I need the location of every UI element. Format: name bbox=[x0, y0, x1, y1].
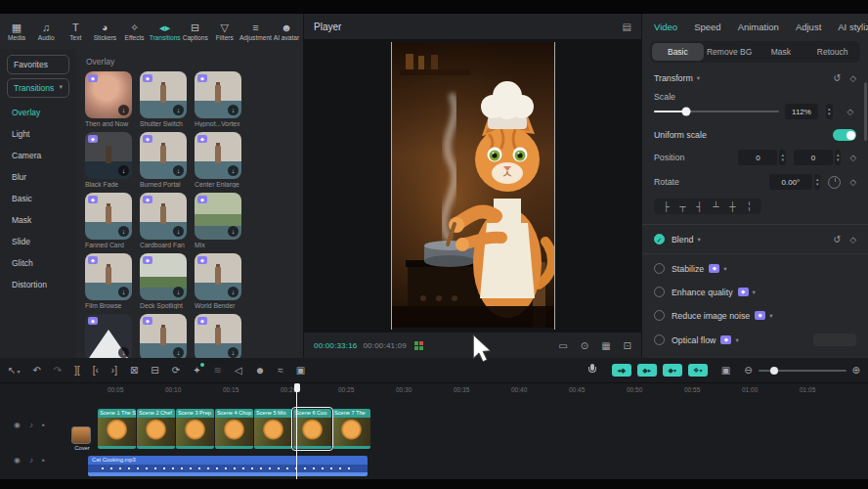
subtab-retouch[interactable]: Retouch bbox=[806, 43, 858, 61]
cover-button[interactable]: Cover bbox=[71, 426, 93, 451]
video-track-lock-icon[interactable]: ▪ bbox=[42, 421, 45, 429]
tab-video[interactable]: Video bbox=[654, 22, 677, 32]
ratio-icon[interactable]: ▭ bbox=[558, 340, 567, 351]
scale-keyframe-icon[interactable]: ◇ bbox=[847, 107, 854, 116]
tab-speed[interactable]: Speed bbox=[694, 22, 720, 32]
freeze-frame-icon[interactable]: ⊟ bbox=[151, 365, 158, 376]
timeline-zoom-slider[interactable] bbox=[759, 370, 846, 372]
record-voiceover-icon[interactable] bbox=[586, 364, 598, 377]
split-icon[interactable]: ][ bbox=[74, 365, 80, 376]
keyframe-prev-button[interactable]: ◂◆ bbox=[612, 364, 631, 377]
transition-item-film-browse[interactable]: ◆↓Film Browse bbox=[85, 253, 135, 309]
toolbar-item-text[interactable]: TText bbox=[61, 22, 90, 41]
clip-scene-3-prep[interactable]: Scene 3 Prep bbox=[176, 409, 214, 449]
transition-item-shutter-switch[interactable]: ◆↓Shutter Switch bbox=[140, 71, 190, 127]
sidebar-item-camera[interactable]: Camera bbox=[0, 145, 76, 166]
toolbar-item-stickers[interactable]: ◕Stickers bbox=[90, 22, 119, 41]
uniform-scale-toggle[interactable] bbox=[833, 129, 856, 141]
preview-axis-icon[interactable]: ▣ bbox=[721, 365, 730, 376]
delete-left-icon[interactable]: [‹ bbox=[93, 365, 99, 376]
quality-icon[interactable]: ▦ bbox=[601, 340, 610, 351]
align-center-icon[interactable]: ┼ bbox=[726, 201, 739, 211]
screen-icon[interactable]: ▣ bbox=[296, 365, 305, 376]
sidebar-item-blur[interactable]: Blur bbox=[0, 166, 76, 188]
sidebar-item-mask[interactable]: Mask bbox=[0, 209, 76, 231]
fullscreen-icon[interactable]: ⊡ bbox=[624, 340, 631, 351]
smart-tools-icon[interactable]: ✦ bbox=[193, 365, 200, 376]
align-top-icon[interactable]: ┬ bbox=[676, 201, 689, 211]
video-track-mute-icon[interactable]: ♪ bbox=[29, 421, 33, 429]
rotate-keyframe-icon[interactable]: ◇ bbox=[849, 177, 856, 187]
blend-keyframe-icon[interactable]: ◇ bbox=[849, 235, 856, 244]
transition-item-camera-focus[interactable]: ◆↓Camera Focus bbox=[195, 314, 244, 358]
chevron-down-icon[interactable]: ▾ bbox=[753, 289, 756, 296]
tab-adjust[interactable]: Adjust bbox=[796, 22, 821, 32]
sidebar-item-favorites[interactable]: Favorites bbox=[7, 55, 69, 74]
stabilize-checkbox[interactable] bbox=[654, 263, 665, 274]
avatar-tool-icon[interactable]: ☻ bbox=[255, 365, 266, 376]
toolbar-item-captions[interactable]: ⊟Captions bbox=[181, 22, 210, 41]
sidebar-item-glitch[interactable]: Glitch bbox=[0, 252, 76, 274]
safe-area-icon[interactable] bbox=[414, 341, 423, 350]
transition-item-center-enlarge[interactable]: ◆↓Center Enlarge bbox=[195, 132, 244, 188]
position-y-field[interactable]: 0 bbox=[794, 150, 833, 165]
transition-item-mix[interactable]: ◆↓Mix bbox=[195, 193, 244, 248]
sidebar-item-slide[interactable]: Slide bbox=[0, 231, 76, 252]
keyframe-add-button[interactable]: ◆▸ bbox=[637, 364, 657, 377]
reset-transform-icon[interactable]: ↺ bbox=[833, 72, 841, 83]
toolbar-item-filters[interactable]: ▽Filters bbox=[210, 22, 239, 41]
clip-scene-7-the[interactable]: Scene 7 The bbox=[332, 409, 370, 449]
align-right-icon[interactable]: ┤ bbox=[693, 201, 706, 211]
sidebar-item-overlay[interactable]: Overlay bbox=[0, 102, 76, 123]
reverse-icon[interactable]: ⟳ bbox=[172, 365, 180, 376]
transition-item-fanned-card[interactable]: ◆↓Fanned Card bbox=[85, 193, 135, 248]
zoom-in-icon[interactable]: ⊕ bbox=[852, 365, 860, 376]
reduce-image-noise-checkbox[interactable] bbox=[654, 310, 665, 321]
reset-blend-icon[interactable]: ↺ bbox=[833, 234, 841, 244]
playhead[interactable] bbox=[296, 383, 297, 479]
rotate-stepper[interactable]: ▴▾ bbox=[814, 174, 821, 190]
tab-animation[interactable]: Animation bbox=[738, 22, 779, 32]
clip-scene-5-mix[interactable]: Scene 5 Mix bbox=[254, 409, 292, 449]
select-tool-icon[interactable]: ↖▾ bbox=[8, 365, 20, 376]
video-track-visibility-icon[interactable]: ◉ bbox=[14, 421, 21, 429]
toolbar-item-transitions[interactable]: ◂▸Transitions bbox=[150, 22, 181, 41]
position-y-stepper[interactable]: ▴▾ bbox=[835, 150, 842, 165]
audio-track-visibility-icon[interactable]: ◉ bbox=[14, 456, 21, 465]
transform-keyframe-icon[interactable]: ◇ bbox=[849, 73, 856, 83]
audio-track-mute-icon[interactable]: ♪ bbox=[29, 456, 33, 465]
scale-value[interactable]: 112% bbox=[785, 104, 818, 119]
align-distribute-icon[interactable]: ╎ bbox=[743, 201, 756, 211]
position-x-stepper[interactable]: ▴▾ bbox=[779, 150, 786, 165]
snapshot-icon[interactable]: ⊙ bbox=[581, 340, 588, 351]
optical-flow-checkbox[interactable] bbox=[654, 334, 665, 345]
clip-scene-2-chef[interactable]: Scene 2 Chef bbox=[137, 409, 175, 449]
chevron-down-icon[interactable]: ▾ bbox=[698, 236, 701, 244]
timeline-ruler[interactable]: 00:0500:1000:1500:2000:2500:3000:3500:40… bbox=[0, 383, 868, 399]
sidebar-item-distortion[interactable]: Distortion bbox=[0, 274, 76, 295]
subtab-remove-bg[interactable]: Remove BG bbox=[704, 43, 756, 61]
chevron-down-icon[interactable]: ▾ bbox=[735, 336, 738, 344]
beautify-icon[interactable]: ≈ bbox=[278, 365, 283, 376]
undo-icon[interactable]: ↶ bbox=[32, 365, 40, 376]
toolbar-item-ai-avatar[interactable]: ☻AI avatar bbox=[272, 22, 301, 41]
blend-checkbox[interactable]: ✓ bbox=[654, 234, 665, 244]
video-frame[interactable] bbox=[391, 42, 555, 330]
transition-item-then-and-now[interactable]: ◆↓Then and Now bbox=[85, 71, 135, 127]
subtab-mask[interactable]: Mask bbox=[756, 43, 807, 61]
sidebar-item-transitions[interactable]: Transitions▾ bbox=[7, 78, 69, 98]
transition-item-cardboard-fan[interactable]: ◆↓Cardboard Fan bbox=[140, 193, 190, 248]
player-menu-icon[interactable]: ▤ bbox=[623, 22, 631, 32]
rotate-dial[interactable] bbox=[828, 176, 841, 189]
sidebar-item-basic[interactable]: Basic bbox=[0, 188, 76, 209]
tab-ai-stylize[interactable]: AI stylize bbox=[838, 22, 868, 32]
toolbar-item-audio[interactable]: ♫Audio bbox=[31, 22, 61, 41]
enhance-quality-checkbox[interactable] bbox=[654, 287, 665, 297]
toolbar-item-adjustment[interactable]: ≡Adjustment bbox=[239, 22, 272, 41]
transition-item-world-bender[interactable]: ◆↓World Bender bbox=[195, 253, 244, 309]
scale-stepper[interactable]: ▴▾ bbox=[826, 104, 833, 119]
toolbar-item-effects[interactable]: ✧Effects bbox=[120, 22, 150, 41]
align-left-icon[interactable]: ├ bbox=[660, 201, 673, 211]
transition-item-shadow-wipe[interactable]: ◆↓Shadow Wipe bbox=[140, 314, 190, 358]
clip-scene-6-coo[interactable]: Scene 6 Coo bbox=[293, 409, 331, 449]
